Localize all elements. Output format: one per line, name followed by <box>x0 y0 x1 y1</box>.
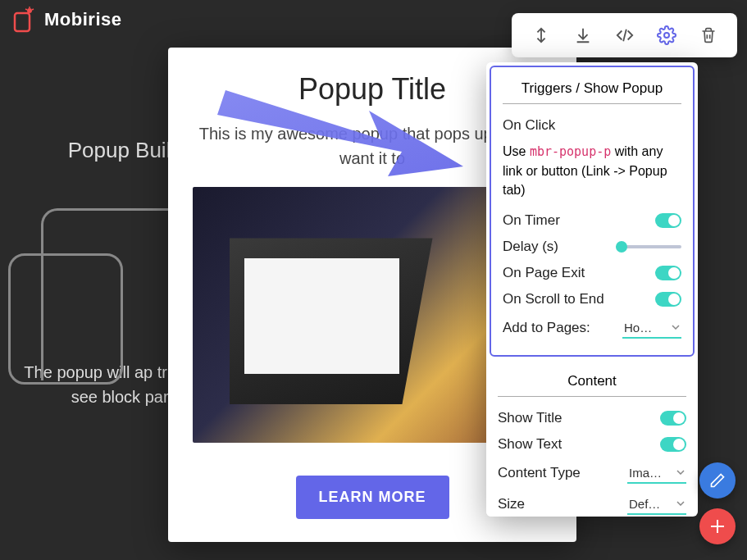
setting-page-exit: On Page Exit <box>503 260 681 286</box>
toggle-page-exit[interactable] <box>655 266 681 280</box>
slider-delay[interactable] <box>616 245 681 248</box>
setting-content-type: Content Type Ima… <box>498 458 686 489</box>
settings-section-triggers-highlight: Triggers / Show Popup On Click Use mbr-p… <box>490 66 695 357</box>
chevron-down-icon <box>676 501 685 506</box>
setting-size: Size Def… <box>498 489 686 517</box>
dropdown-value-content-type: Ima… <box>629 466 662 480</box>
dropdown-size[interactable]: Def… <box>627 494 686 515</box>
setting-label-size: Size <box>498 496 627 512</box>
setting-add-pages: Add to Pages: Ho… <box>503 312 681 344</box>
dropdown-content-type[interactable]: Ima… <box>627 462 686 484</box>
toolbar-code-button[interactable] <box>608 19 641 52</box>
fab-edit-button[interactable] <box>699 462 736 499</box>
gear-icon <box>657 25 676 45</box>
setting-label-scroll-end: On Scroll to End <box>503 291 655 307</box>
setting-show-text: Show Text <box>498 431 686 458</box>
fab-add-button[interactable] <box>699 508 736 544</box>
setting-label-on-timer: On Timer <box>503 212 655 229</box>
code-snippet: mbr-popup-p <box>530 144 611 159</box>
mobirise-logo-icon <box>13 7 36 33</box>
app-logo: Mobirise <box>13 7 121 33</box>
svg-line-4 <box>25 9 27 10</box>
popup-cta-button[interactable]: LEARN MORE <box>296 476 449 519</box>
setting-on-click: On Click <box>503 112 681 139</box>
toggle-scroll-end[interactable] <box>655 292 681 307</box>
svg-rect-0 <box>15 13 30 31</box>
settings-section-content: Content Show Title Show Text Content Typ… <box>486 360 698 517</box>
setting-help-text: Use mbr-popup-p with any link or button … <box>503 139 681 207</box>
section-title-content: Content <box>498 367 686 397</box>
brand-name: Mobirise <box>44 9 121 30</box>
dropdown-add-pages[interactable]: Ho… <box>622 317 681 339</box>
setting-label-content-type: Content Type <box>498 465 627 481</box>
slider-thumb[interactable] <box>616 241 627 253</box>
setting-on-timer: On Timer <box>503 207 681 234</box>
block-toolbar <box>512 13 737 57</box>
chevron-down-icon <box>676 470 685 475</box>
setting-label-show-text: Show Text <box>498 436 660 453</box>
toolbar-download-button[interactable] <box>567 19 599 52</box>
setting-label-show-title: Show Title <box>498 410 660 426</box>
pencil-icon <box>709 472 726 489</box>
setting-scroll-end: On Scroll to End <box>503 286 681 312</box>
svg-line-3 <box>32 9 34 10</box>
setting-label-on-click: On Click <box>503 117 681 134</box>
svg-point-6 <box>664 33 669 38</box>
dropdown-value-pages: Ho… <box>624 321 652 335</box>
trash-icon <box>700 26 717 44</box>
toolbar-delete-button[interactable] <box>692 19 725 52</box>
dropdown-value-size: Def… <box>629 497 660 511</box>
toolbar-move-button[interactable] <box>525 19 558 52</box>
move-vertical-icon <box>532 26 550 44</box>
toolbar-settings-button[interactable] <box>650 19 683 52</box>
section-title-triggers: Triggers / Show Popup <box>503 74 681 104</box>
setting-label-add-pages: Add to Pages: <box>503 320 622 336</box>
settings-panel[interactable]: Triggers / Show Popup On Click Use mbr-p… <box>486 62 698 517</box>
setting-show-title: Show Title <box>498 405 686 431</box>
svg-point-1 <box>27 8 32 13</box>
toggle-show-text[interactable] <box>660 437 686 452</box>
toggle-show-title[interactable] <box>660 411 686 426</box>
plus-icon <box>708 517 727 536</box>
bg-decoration-box <box>8 253 123 385</box>
code-icon <box>614 26 635 44</box>
setting-label-page-exit: On Page Exit <box>503 265 655 281</box>
download-icon <box>574 26 592 44</box>
chevron-down-icon <box>672 325 680 330</box>
setting-delay: Delay (s) <box>503 234 681 260</box>
toggle-on-timer[interactable] <box>655 213 681 228</box>
setting-label-delay: Delay (s) <box>503 239 616 255</box>
